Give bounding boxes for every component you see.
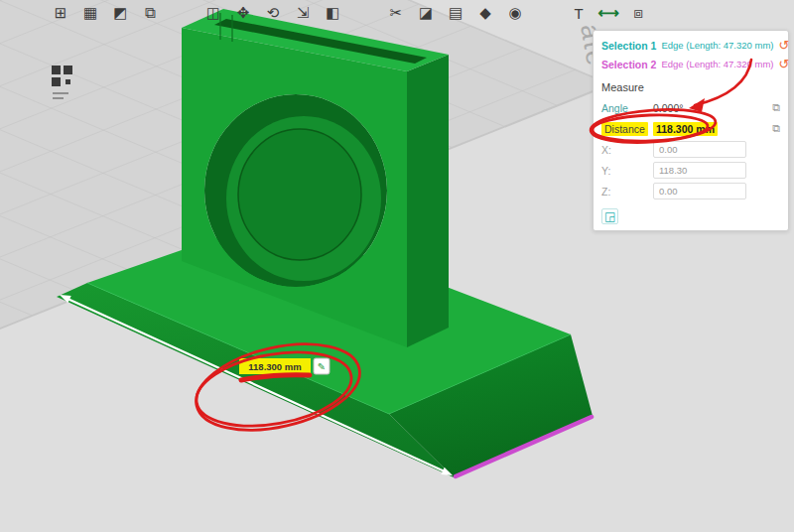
cut-icon[interactable]: ✂: [383, 2, 409, 24]
x-label: X:: [601, 144, 653, 156]
rotate-icon[interactable]: ⟲: [260, 2, 286, 24]
selection-2-row: Selection 2 Edge (Length: 47.320 mm) ↺: [594, 55, 788, 73]
dimension-edit-button[interactable]: ✎: [314, 358, 330, 374]
distance-value: 118.300 mm: [653, 122, 718, 136]
measure-section-title: Measure: [594, 73, 788, 97]
split-to-parts-icon[interactable]: ◫: [200, 2, 226, 24]
seam-painting-icon[interactable]: ◉: [502, 2, 528, 24]
add-text-icon[interactable]: T: [566, 2, 592, 24]
copy-distance-icon[interactable]: ⧉: [772, 122, 780, 135]
auto-orient-icon[interactable]: ◩: [107, 2, 133, 24]
y-value-field[interactable]: 118.30: [653, 162, 746, 179]
x-row: X: 0.00: [594, 139, 788, 160]
selection-1-detail: Edge (Length: 47.320 mm): [661, 40, 773, 51]
add-plate-icon[interactable]: ⊞: [48, 2, 73, 24]
y-label: Y:: [601, 165, 653, 177]
selection-1-row: Selection 1 Edge (Length: 47.320 mm) ↺: [594, 36, 788, 55]
dimension-label-text: 118.300 mm: [248, 361, 301, 372]
selection-1-label: Selection 1: [601, 40, 656, 52]
flatten-icon[interactable]: ◧: [320, 2, 345, 24]
measure-panel: Selection 1 Edge (Length: 47.320 mm) ↺ S…: [593, 30, 789, 231]
selection-2-label: Selection 2: [601, 59, 656, 70]
y-row: Y: 118.30: [594, 160, 788, 181]
color-painting-icon[interactable]: ◆: [472, 2, 498, 24]
angle-row: Angle 0.000° ⧉: [594, 97, 788, 118]
arrange-icon[interactable]: ▦: [77, 2, 103, 24]
measure-icon[interactable]: ⟷: [596, 2, 621, 24]
dimension-label[interactable]: 118.300 mm ✎: [239, 358, 330, 374]
snapshot-icon[interactable]: ◲: [601, 208, 618, 224]
reset-selection-1-icon[interactable]: ↺: [778, 39, 789, 52]
scale-icon[interactable]: ⇲: [290, 2, 316, 24]
bore-hole: [204, 94, 387, 287]
panel-footer: ◲: [594, 201, 788, 223]
support-painting-icon[interactable]: ▤: [443, 2, 468, 24]
z-row: Z: 0.00: [594, 181, 788, 201]
reset-selection-2-icon[interactable]: ↺: [778, 58, 789, 70]
move-icon[interactable]: ✥: [230, 2, 256, 24]
z-label: Z:: [601, 186, 653, 198]
angle-value: 0.000°: [653, 102, 736, 114]
split-to-objects-icon[interactable]: ⧉: [137, 2, 163, 24]
angle-label: Angle: [601, 102, 653, 114]
slicer-window: ate: [0, 0, 794, 532]
distance-label: Distance: [601, 122, 648, 136]
pencil-icon: ✎: [318, 361, 326, 372]
assembly-view-icon[interactable]: ⧈: [625, 2, 651, 24]
selection-2-detail: Edge (Length: 47.320 mm): [661, 59, 773, 69]
copy-angle-icon[interactable]: ⧉: [772, 101, 780, 114]
mesh-boolean-icon[interactable]: ◪: [413, 2, 439, 24]
distance-row: Distance 118.300 mm ⧉: [594, 118, 788, 139]
x-value-field[interactable]: 0.00: [653, 141, 746, 158]
z-value-field[interactable]: 0.00: [653, 183, 746, 200]
top-toolbar: ⊞ ▦ ◩ ⧉ ◫ ✥ ⟲ ⇲ ◧ ✂ ◪ ▤ ◆ ◉ T ⟷ ⧈: [0, 0, 794, 26]
